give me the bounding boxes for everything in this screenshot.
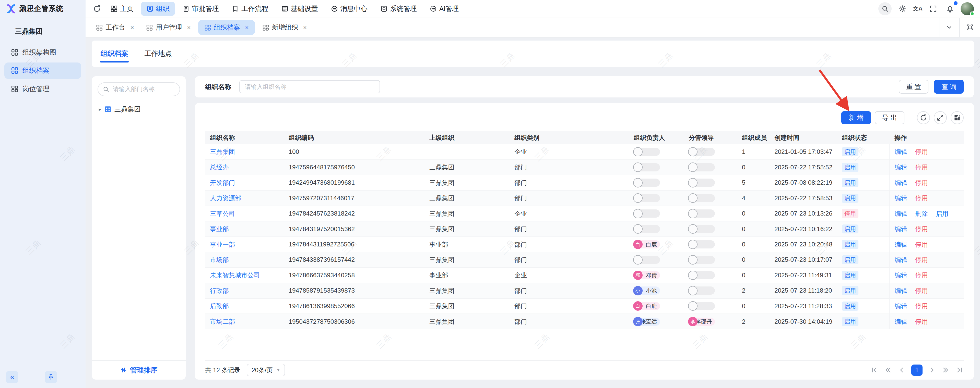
nav-menu-item[interactable]: 组织	[141, 2, 175, 16]
members-cell: 0	[737, 237, 769, 252]
close-icon[interactable]: ×	[245, 24, 249, 31]
row-action-link[interactable]: 编辑	[895, 287, 907, 294]
tabs-fullscreen-button[interactable]	[959, 18, 980, 37]
export-button[interactable]: 导 出	[875, 111, 904, 124]
column-header: 组织负责人	[629, 131, 684, 144]
row-action-link[interactable]: 编辑	[895, 225, 907, 233]
content-subtab[interactable]: 组织档案	[100, 41, 129, 67]
nav-menu-item[interactable]: 审批管理	[177, 2, 224, 16]
row-action-link[interactable]: 停用	[915, 164, 928, 171]
nav-item-label: 审批管理	[192, 4, 219, 13]
org-name-link[interactable]: 市场二部	[210, 318, 235, 325]
page-size-select[interactable]: 20条/页 ▼	[247, 364, 285, 376]
sidebar-item[interactable]: 组织架构图	[4, 44, 81, 60]
notification-bell-icon[interactable]	[944, 3, 956, 15]
row-action-link[interactable]: 停用	[915, 195, 928, 201]
nav-item-icon	[282, 5, 288, 12]
nav-menu-item[interactable]: Ai管理	[424, 2, 465, 16]
table-expand-button[interactable]	[934, 111, 947, 124]
app-window: 鼐思企管系统 主页 组织 审批管理	[0, 0, 980, 388]
row-action-link[interactable]: 停用	[915, 318, 928, 325]
column-settings-button[interactable]	[951, 111, 964, 124]
page-tab[interactable]: 工作台 ×	[90, 18, 140, 37]
org-category-cell: 部门	[509, 221, 628, 236]
row-action-link[interactable]: 停用	[915, 225, 928, 233]
language-icon[interactable]: 文A	[913, 5, 923, 13]
first-page-button[interactable]	[870, 366, 878, 374]
nav-menu-item[interactable]: 消息中心	[325, 2, 373, 16]
page-tab[interactable]: 用户管理 ×	[140, 18, 197, 37]
current-page-button[interactable]: 1	[911, 364, 923, 376]
sidebar-item[interactable]: 组织档案	[4, 62, 81, 79]
content-subtab[interactable]: 工作地点	[144, 41, 173, 67]
deputy-avatar-empty	[689, 302, 715, 310]
org-name-filter-input[interactable]	[239, 80, 380, 93]
nav-menu-item[interactable]: 工作流程	[226, 2, 274, 16]
last-page-button[interactable]	[956, 366, 964, 374]
org-name-link[interactable]: 三草公司	[210, 210, 235, 217]
row-action-link[interactable]: 停用	[915, 148, 928, 155]
row-action-link[interactable]: 停用	[915, 257, 928, 263]
row-action-link[interactable]: 停用	[915, 241, 928, 248]
prev-page-button[interactable]	[897, 366, 906, 374]
org-name-link[interactable]: 事业一部	[210, 241, 235, 248]
sidebar-item[interactable]: 岗位管理	[4, 81, 81, 97]
prev-5-pages-button[interactable]	[884, 366, 892, 374]
fullscreen-icon[interactable]	[927, 3, 939, 15]
org-code-cell: 1947858791535439873	[284, 283, 425, 298]
row-action-link[interactable]: 停用	[915, 287, 928, 294]
next-page-button[interactable]	[928, 366, 936, 374]
tree-node-label: 三鼎集团	[115, 105, 141, 114]
org-name-link[interactable]: 三鼎集团	[210, 148, 235, 155]
page-tab[interactable]: 组织档案 ×	[198, 20, 255, 35]
search-button[interactable]: 查 询	[934, 80, 964, 93]
reset-button[interactable]: 重 置	[899, 80, 928, 93]
org-name-link[interactable]: 市场部	[210, 257, 229, 263]
row-action-link[interactable]: 编辑	[895, 241, 907, 248]
org-name-link[interactable]: 总经办	[210, 164, 229, 171]
user-avatar[interactable]	[961, 2, 974, 15]
row-action-link[interactable]: 停用	[915, 302, 928, 309]
row-action-link[interactable]: 编辑	[895, 164, 907, 171]
row-action-link[interactable]: 编辑	[895, 195, 907, 201]
refresh-icon[interactable]	[91, 3, 103, 15]
org-name-link[interactable]: 后勤部	[210, 302, 229, 309]
org-name-link[interactable]: 事业部	[210, 225, 229, 233]
row-action-link[interactable]: 编辑	[895, 302, 907, 309]
sidebar-collapse-button[interactable]: «	[6, 371, 18, 383]
nav-item-icon	[430, 5, 437, 12]
manage-sort-button[interactable]: 管理排序	[92, 360, 186, 380]
row-action-link[interactable]: 编辑	[895, 272, 907, 279]
row-action-link[interactable]: 编辑	[895, 257, 907, 263]
row-action-link[interactable]: 编辑	[895, 318, 907, 325]
row-action-link[interactable]: 编辑	[895, 148, 907, 155]
page-tab[interactable]: 新增组织 ×	[256, 18, 313, 37]
row-action-link[interactable]: 启用	[936, 210, 948, 217]
tabs-dropdown-button[interactable]	[939, 18, 959, 37]
nav-menu-item[interactable]: 主页	[105, 2, 139, 16]
next-5-pages-button[interactable]	[942, 366, 950, 374]
row-action-link[interactable]: 编辑	[895, 179, 907, 186]
org-name-link[interactable]: 未来智慧城市公司	[210, 272, 260, 279]
settings-gear-icon[interactable]	[896, 3, 908, 15]
tree-search-input[interactable]	[112, 85, 175, 93]
close-icon[interactable]: ×	[303, 24, 307, 31]
row-action-link[interactable]: 删除	[915, 210, 928, 217]
nav-menu-item[interactable]: 系统管理	[375, 2, 422, 16]
row-action-link[interactable]: 停用	[915, 179, 928, 186]
row-action-link[interactable]: 编辑	[895, 210, 907, 217]
add-button[interactable]: 新 增	[841, 111, 871, 124]
table-refresh-button[interactable]	[917, 111, 930, 124]
nav-menu-item[interactable]: 基础设置	[276, 2, 323, 16]
sidebar-pin-button[interactable]	[45, 371, 57, 383]
close-icon[interactable]: ×	[187, 24, 191, 31]
row-action-link[interactable]: 停用	[915, 272, 928, 279]
org-name-link[interactable]: 行政部	[210, 287, 229, 294]
tree-node-root[interactable]: ▸ 三鼎集团	[97, 105, 180, 114]
global-search-button[interactable]	[878, 2, 891, 15]
close-icon[interactable]: ×	[130, 24, 134, 31]
table-row: 三草公司 1947842457623818242 三鼎集团 企业	[205, 206, 964, 221]
org-name-link[interactable]: 人力资源部	[210, 195, 241, 201]
org-name-link[interactable]: 开发部门	[210, 179, 235, 186]
caret-right-icon[interactable]: ▸	[99, 107, 102, 112]
